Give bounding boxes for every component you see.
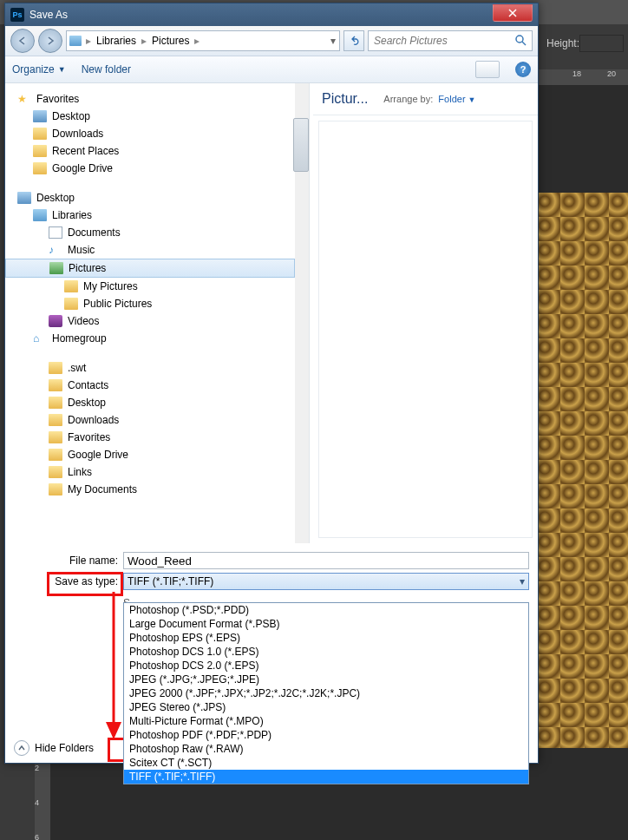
chevron-right-icon: ▸ [84,35,93,47]
height-label: Height: [546,37,579,49]
tree-label: Contacts [68,379,108,391]
tree-item[interactable]: Google Drive [5,160,309,177]
tree-scrollbar[interactable] [295,83,309,543]
tree-label: Desktop [52,110,90,122]
format-option[interactable]: JPEG 2000 (*.JPF;*.JPX;*.JP2;*.J2C;*.J2K… [124,686,528,700]
preview-pane: Pictur... Arrange by: Folder ▼ [313,83,538,543]
search-input[interactable] [369,34,506,48]
hide-folders-toggle[interactable] [14,740,29,756]
titlebar[interactable]: Ps Save As [5,3,538,26]
format-option[interactable]: Photoshop DCS 1.0 (*.EPS) [124,645,528,659]
save-type-label: Save as type: [14,575,123,587]
format-option[interactable]: Photoshop Raw (*.RAW) [124,742,528,756]
height-input[interactable] [579,35,624,52]
format-option[interactable]: Photoshop (*.PSD;*.PDD) [124,603,528,617]
search-icon [514,34,527,49]
folder-icon [64,280,78,292]
search-box[interactable] [368,30,533,51]
tree-label: Pictures [69,262,106,274]
tree-item[interactable]: Desktop [5,108,309,125]
dialog-title: Save As [29,9,493,21]
star-icon: ★ [17,93,31,105]
close-button[interactable] [493,4,533,22]
tree-item[interactable]: ♪Music [5,241,309,259]
tree-item[interactable]: Links [5,463,309,481]
tree-label: Google Drive [68,449,128,461]
libraries-icon [33,209,47,221]
ruler-tick: 2 [35,764,50,798]
document-icon [49,226,62,239]
tree-label: Favorites [68,431,110,443]
tree-item[interactable]: My Documents [5,481,309,498]
tree-item[interactable]: .swt [5,359,309,377]
format-option[interactable]: Multi-Picture Format (*.MPO) [124,714,528,728]
help-button[interactable]: ? [515,62,531,77]
back-button[interactable] [10,29,35,53]
address-bar[interactable]: ▸ Libraries ▸ Pictures ▸ ▾ [66,30,340,51]
save-type-value: TIFF (*.TIF;*.TIFF) [128,575,213,587]
hide-folders-label[interactable]: Hide Folders [35,742,94,754]
library-title: Pictur... [322,91,368,107]
format-option[interactable]: JPEG Stereo (*.JPS) [124,700,528,714]
breadcrumb-libraries[interactable]: Libraries [93,35,140,47]
tree-label: Homegroup [52,332,107,345]
file-list[interactable] [318,121,533,538]
folder-tree[interactable]: ★Favorites Desktop Downloads Recent Plac… [5,83,310,543]
tree-item[interactable]: Videos [5,312,309,330]
tree-pictures[interactable]: Pictures [5,259,295,278]
tree-favorites[interactable]: ★Favorites [5,90,309,108]
tree-label: Recent Places [52,145,119,157]
tree-homegroup[interactable]: ⌂Homegroup [5,330,309,347]
save-type-dropdown[interactable]: Photoshop (*.PSD;*.PDD) Large Document F… [123,602,529,784]
organize-button[interactable]: Organize ▼ [12,63,66,75]
tree-label: Links [68,466,92,478]
folder-icon [49,431,62,443]
format-option-selected[interactable]: TIFF (*.TIF;*.TIFF) [124,770,528,784]
format-option[interactable]: Photoshop PDF (*.PDF;*.PDP) [124,728,528,742]
desktop-icon [33,110,47,122]
format-option[interactable]: JPEG (*.JPG;*.JPEG;*.JPE) [124,673,528,686]
chevron-down-icon: ▼ [468,95,476,104]
photoshop-icon: Ps [10,8,24,22]
tree-desktop[interactable]: Desktop [5,189,309,207]
tree-label: My Pictures [83,280,138,292]
tree-label: Favorites [36,93,79,105]
arrange-by[interactable]: Arrange by: Folder ▼ [383,94,475,104]
arrange-label: Arrange by: [383,94,433,104]
tree-item[interactable]: Contacts [5,377,309,394]
format-option[interactable]: Large Document Format (*.PSB) [124,617,528,631]
tree-label: Desktop [68,397,106,409]
tree-label: Documents [68,226,121,239]
breadcrumb-pictures[interactable]: Pictures [148,35,193,47]
file-name-input[interactable] [123,552,529,569]
save-type-combo[interactable]: TIFF (*.TIF;*.TIFF) ▾ [123,573,529,590]
tree-item[interactable]: Documents [5,224,309,241]
refresh-icon [349,36,359,46]
tree-label: .swt [68,362,86,374]
chevron-down-icon[interactable]: ▾ [330,35,336,47]
tree-label: Libraries [52,209,92,221]
refresh-button[interactable] [343,30,364,51]
arrange-value: Folder [438,94,465,104]
tree-label: Desktop [36,192,75,204]
ruler-tick: 6 [35,833,50,840]
new-folder-button[interactable]: New folder [82,63,131,75]
folder-icon [33,162,47,174]
tree-item[interactable]: Downloads [5,411,309,429]
view-mode-button[interactable] [475,61,500,78]
format-option[interactable]: Photoshop DCS 2.0 (*.EPS) [124,659,528,673]
tree-item[interactable]: Google Drive [5,446,309,463]
tree-item[interactable]: Public Pictures [5,295,309,312]
format-option[interactable]: Photoshop EPS (*.EPS) [124,631,528,645]
tree-item[interactable]: My Pictures [5,278,309,295]
tree-item[interactable]: Recent Places [5,142,309,160]
forward-button[interactable] [38,29,62,53]
tree-item[interactable]: Desktop [5,394,309,411]
tree-libraries[interactable]: Libraries [5,207,309,224]
folder-icon [49,362,62,374]
tree-item[interactable]: Downloads [5,125,309,142]
format-option[interactable]: Scitex CT (*.SCT) [124,756,528,770]
folder-icon [64,298,78,310]
tree-item[interactable]: Favorites [5,429,309,446]
scrollbar-thumb[interactable] [293,118,309,172]
